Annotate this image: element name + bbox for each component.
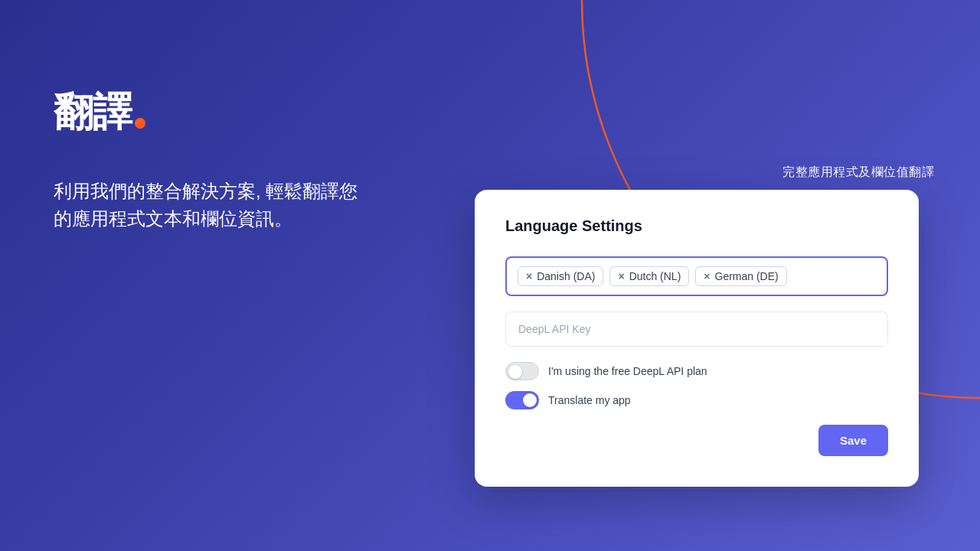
free-plan-toggle-row: I'm using the free DeepL API plan <box>505 362 888 380</box>
left-panel: 翻譯 利用我們的整合解決方案, 輕鬆翻譯您的應用程式文本和欄位資訊。 <box>0 0 444 551</box>
save-btn-row: Save <box>505 425 888 456</box>
logo-text: 翻譯 <box>54 92 132 132</box>
translate-app-toggle-row: Translate my app <box>505 391 888 409</box>
remove-german-icon[interactable]: × <box>704 271 710 282</box>
free-plan-thumb <box>508 365 522 379</box>
remove-dutch-icon[interactable]: × <box>618 271 624 282</box>
remove-danish-icon[interactable]: × <box>526 271 532 282</box>
lang-tag-dutch-label: Dutch (NL) <box>629 270 681 282</box>
free-plan-label: I'm using the free DeepL API plan <box>548 365 707 377</box>
subtitle-text: 完整應用程式及欄位值翻譯 <box>782 165 934 181</box>
translate-app-toggle[interactable] <box>505 391 539 409</box>
translate-app-track <box>505 391 539 409</box>
logo-dot <box>135 118 145 129</box>
lang-tag-german-label: German (DE) <box>715 270 779 282</box>
translate-app-thumb <box>523 393 537 407</box>
api-key-input[interactable] <box>505 311 888 347</box>
tagline: 利用我們的整合解決方案, 輕鬆翻譯您的應用程式文本和欄位資訊。 <box>54 178 375 233</box>
free-plan-toggle[interactable] <box>505 362 539 380</box>
language-settings-card: Language Settings × Danish (DA) × Dutch … <box>475 190 919 487</box>
lang-tag-german[interactable]: × German (DE) <box>695 266 786 286</box>
logo-container: 翻譯 <box>54 92 398 132</box>
language-tags-input[interactable]: × Danish (DA) × Dutch (NL) × German (DE) <box>505 256 888 296</box>
lang-tag-danish[interactable]: × Danish (DA) <box>518 266 603 286</box>
lang-tag-dutch[interactable]: × Dutch (NL) <box>609 266 689 286</box>
save-button[interactable]: Save <box>818 425 888 456</box>
lang-tag-danish-label: Danish (DA) <box>537 270 595 282</box>
free-plan-track <box>505 362 539 380</box>
translate-app-label: Translate my app <box>548 394 631 406</box>
card-title: Language Settings <box>505 217 888 235</box>
